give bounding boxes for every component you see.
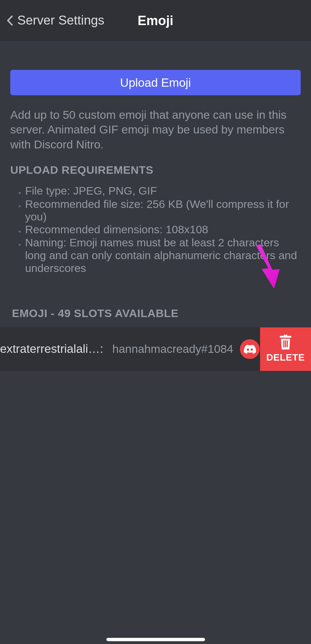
requirement-item: File type: JPEG, PNG, GIF — [25, 185, 301, 198]
back-button[interactable]: Server Settings — [5, 13, 104, 28]
emoji-name: extraterrestrialali… — [0, 342, 100, 356]
home-indicator[interactable] — [106, 638, 205, 641]
discord-icon — [243, 345, 256, 354]
back-label: Server Settings — [17, 13, 104, 28]
uploader-avatar — [240, 339, 259, 359]
requirement-item: Recommended file size: 256 KB (We'll com… — [25, 198, 301, 223]
requirement-item: Recommended dimensions: 108x108 — [25, 224, 301, 236]
page-title: Emoji — [137, 13, 173, 28]
slots-heading: EMOJI - 49 SLOTS AVAILABLE — [10, 307, 301, 320]
delete-label: DELETE — [266, 352, 305, 363]
header-bar: Server Settings Emoji — [0, 0, 311, 41]
requirements-heading: UPLOAD REQUIREMENTS — [10, 164, 301, 177]
emoji-colon: : — [100, 342, 103, 356]
app-root: Server Settings Emoji Upload Emoji Add u… — [0, 0, 311, 644]
requirements-list: File type: JPEG, PNG, GIF Recommended fi… — [10, 185, 301, 275]
requirement-item: Naming: Emoji names must be at least 2 c… — [25, 236, 301, 275]
emoji-uploader: hannahmacready#1084 — [112, 342, 233, 355]
upload-emoji-button[interactable]: Upload Emoji — [10, 70, 301, 95]
delete-emoji-button[interactable]: DELETE — [260, 327, 311, 371]
chevron-left-icon — [5, 15, 15, 25]
emoji-row[interactable]: extraterrestrialali… : hannahmacready#10… — [0, 327, 311, 371]
emoji-description: Add up to 50 custom emoji that anyone ca… — [10, 108, 301, 152]
trash-icon — [278, 335, 292, 350]
content-area: Upload Emoji Add up to 50 custom emoji t… — [0, 41, 311, 371]
